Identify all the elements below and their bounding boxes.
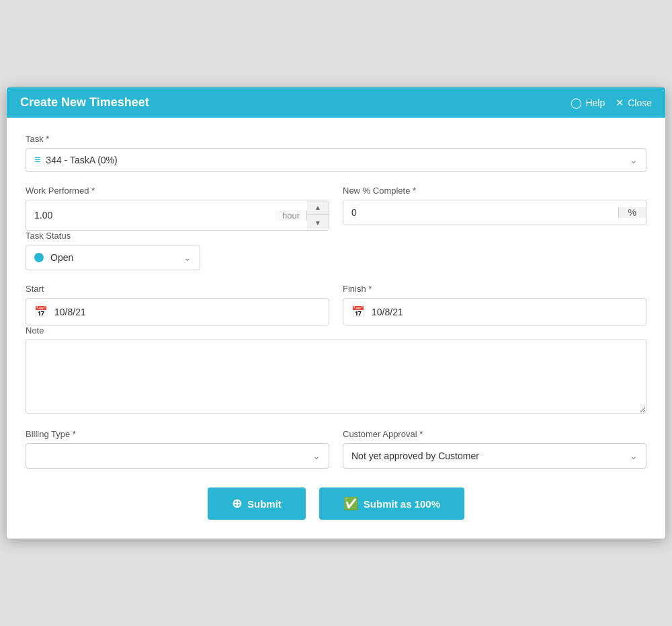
submit-100-icon: ✅	[343, 496, 358, 511]
billing-chevron-icon: ⌄	[312, 451, 321, 461]
customer-approval-label: Customer Approval *	[343, 429, 646, 439]
submit-100-label: Submit as 100%	[364, 498, 440, 510]
help-icon: ◯	[571, 97, 582, 109]
start-date-value: 10/8/21	[54, 307, 86, 317]
status-dot-icon	[34, 253, 44, 262]
help-label: Help	[585, 97, 605, 108]
submit-button[interactable]: ⊕ Submit	[208, 487, 306, 520]
billing-type-label: Billing Type *	[26, 429, 329, 439]
task-status-group: Task Status Open ⌄	[26, 231, 646, 270]
customer-approval-dropdown[interactable]: Not yet approved by Customer ⌄	[343, 443, 646, 469]
note-group: Note	[26, 325, 646, 416]
task-value: 344 - TaskA (0%)	[46, 155, 630, 165]
customer-approval-chevron-icon: ⌄	[630, 451, 638, 461]
close-button[interactable]: ✕ Close	[616, 97, 652, 109]
percent-unit-label: %	[618, 207, 646, 218]
billing-approval-row: Billing Type * ⌄ Customer Approval * Not…	[26, 429, 646, 469]
close-label: Close	[628, 97, 652, 108]
finish-date-input[interactable]: 📅 10/8/21	[343, 298, 646, 325]
work-percent-row: Work Performed * hour ▲ ▼ New % Complete…	[26, 186, 646, 231]
customer-approval-value: Not yet approved by Customer	[351, 451, 630, 461]
finish-date-value: 10/8/21	[372, 307, 403, 317]
work-performed-label: Work Performed *	[26, 186, 329, 196]
work-spinner: ▲ ▼	[307, 200, 329, 230]
work-decrement-button[interactable]: ▼	[307, 215, 329, 230]
customer-approval-col: Customer Approval * Not yet approved by …	[343, 429, 646, 469]
percent-wrapper: %	[343, 200, 646, 225]
work-input[interactable]	[26, 203, 276, 227]
note-label: Note	[26, 325, 646, 336]
task-chevron-icon: ⌄	[630, 155, 638, 165]
create-timesheet-modal: Create New Timesheet ◯ Help ✕ Close Task…	[7, 87, 665, 539]
finish-label: Finish *	[343, 284, 646, 294]
task-label: Task *	[26, 134, 646, 144]
task-dropdown[interactable]: ≡ 344 - TaskA (0%) ⌄	[26, 148, 646, 172]
submit-icon: ⊕	[232, 496, 242, 511]
task-icon: ≡	[34, 154, 40, 166]
start-finish-row: Start 📅 10/8/21 Finish * 📅 10/8/21	[26, 284, 646, 325]
modal-title: Create New Timesheet	[20, 95, 149, 110]
new-percent-col: New % Complete * %	[343, 186, 646, 231]
task-group: Task * ≡ 344 - TaskA (0%) ⌄	[26, 134, 646, 172]
close-icon: ✕	[616, 97, 624, 109]
note-textarea[interactable]	[26, 340, 646, 414]
header-actions: ◯ Help ✕ Close	[571, 97, 652, 109]
work-input-wrapper: hour ▲ ▼	[26, 200, 329, 231]
submit-100-button[interactable]: ✅ Submit as 100%	[319, 487, 464, 520]
submit-label: Submit	[247, 498, 282, 510]
finish-col: Finish * 📅 10/8/21	[343, 284, 646, 325]
status-chevron-icon: ⌄	[183, 252, 192, 263]
start-calendar-icon: 📅	[34, 305, 48, 318]
task-status-label: Task Status	[26, 231, 646, 241]
button-row: ⊕ Submit ✅ Submit as 100%	[26, 487, 646, 520]
start-label: Start	[26, 284, 329, 294]
work-performed-col: Work Performed * hour ▲ ▼	[26, 186, 329, 231]
task-status-dropdown[interactable]: Open ⌄	[26, 245, 200, 270]
new-percent-label: New % Complete *	[343, 186, 646, 196]
start-date-input[interactable]: 📅 10/8/21	[26, 298, 329, 325]
work-unit-label: hour	[276, 210, 307, 221]
billing-type-dropdown[interactable]: ⌄	[26, 443, 329, 469]
start-col: Start 📅 10/8/21	[26, 284, 329, 325]
billing-col: Billing Type * ⌄	[26, 429, 329, 469]
modal-body: Task * ≡ 344 - TaskA (0%) ⌄ Work Perform…	[7, 118, 665, 539]
status-value: Open	[50, 252, 183, 263]
modal-header: Create New Timesheet ◯ Help ✕ Close	[7, 87, 665, 118]
finish-calendar-icon: 📅	[351, 305, 365, 318]
percent-input[interactable]	[343, 200, 618, 225]
work-increment-button[interactable]: ▲	[307, 200, 329, 215]
help-button[interactable]: ◯ Help	[571, 97, 605, 109]
